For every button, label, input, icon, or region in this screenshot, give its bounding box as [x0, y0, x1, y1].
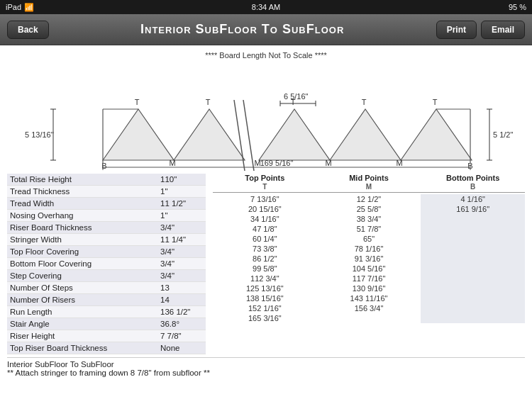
footer-notes: Interior SubFloor To SubFloor ** Attach … [7, 357, 525, 377]
email-button[interactable]: Email [481, 21, 525, 39]
prop-value: 13 [160, 283, 203, 292]
prop-label: Tread Width [10, 199, 54, 208]
point-value: 112 3/4" [213, 274, 317, 283]
status-time: 8:34 AM [252, 3, 280, 11]
point-value: 38 3/4" [317, 214, 421, 224]
prop-label: Total Rise Height [10, 175, 72, 184]
point-value [421, 228, 525, 230]
prop-value: 110" [160, 175, 203, 184]
point-value: 86 1/2" [213, 254, 317, 264]
property-row: Top Floor Covering3/4" [7, 246, 206, 258]
col-header-b: Bottom PointsB [421, 174, 525, 193]
diagram-note: **** Board Length Not To Scale **** [7, 51, 525, 60]
point-value: 165 3/16" [213, 313, 317, 323]
point-value: 51 7/8" [317, 224, 421, 234]
prop-label: Nosing Overhang [10, 211, 74, 220]
svg-text:5 13/16": 5 13/16" [25, 130, 54, 139]
prop-value: None [160, 344, 203, 352]
svg-text:169 5/16": 169 5/16" [260, 159, 294, 167]
content-area: Total Rise Height110"Tread Thickness1"Tr… [7, 174, 525, 354]
main-content: **** Board Length Not To Scale **** 5 13… [0, 45, 532, 399]
svg-marker-8 [103, 109, 174, 160]
property-row: Stringer Width11 1/4" [7, 234, 206, 246]
prop-label: Stair Angle [10, 320, 50, 328]
battery-label: 95 % [509, 3, 526, 11]
points-col-0: 7 13/16"20 15/16"34 1/16"47 1/8"60 1/4"7… [213, 194, 317, 323]
prop-label: Number Of Risers [10, 296, 75, 304]
point-value: 91 3/16" [317, 254, 421, 264]
svg-marker-12 [259, 109, 330, 160]
prop-value: 3/4" [160, 223, 203, 232]
col-header-m: Mid PointsM [317, 174, 421, 193]
prop-value: 3/4" [160, 247, 203, 256]
prop-value: 3/4" [160, 259, 203, 268]
svg-marker-14 [401, 109, 472, 160]
stair-diagram: 5 13/16" 5 1/2" 6 5/16" [18, 61, 514, 171]
point-value: 34 1/16" [213, 214, 317, 224]
point-value: 117 7/16" [317, 274, 421, 283]
point-value: 12 1/2" [317, 194, 421, 204]
diagram-area: **** Board Length Not To Scale **** 5 13… [7, 51, 525, 171]
point-value [317, 313, 421, 315]
point-value: 138 15/16" [213, 293, 317, 303]
point-value: 78 1/16" [317, 244, 421, 254]
svg-text:T: T [206, 98, 211, 106]
prop-value: 1" [160, 187, 203, 196]
point-value: 143 11/16" [317, 293, 421, 303]
point-value: 25 5/8" [317, 204, 421, 214]
points-col-2: 4 1/16"161 9/16" [421, 194, 525, 323]
prop-value: 7 7/8" [160, 332, 203, 340]
property-row: Bottom Floor Covering3/4" [7, 258, 206, 270]
prop-label: Step Covering [10, 271, 62, 280]
header: Back Interior SubFloor To SubFloor Print… [0, 14, 532, 45]
svg-text:6 5/16": 6 5/16" [284, 92, 309, 101]
point-value: 152 1/16" [213, 303, 317, 313]
property-row: Stair Angle36.8° [7, 318, 206, 330]
prop-value: 1" [160, 211, 203, 220]
svg-text:T: T [135, 98, 140, 106]
status-bar: iPad 📶 8:34 AM 95 % [0, 0, 532, 14]
point-value: 65" [317, 234, 421, 244]
device-label: iPad [6, 3, 21, 11]
svg-marker-13 [330, 109, 401, 160]
footer-line2: ** Attach stringer to framing down 8 7/8… [7, 369, 525, 377]
prop-label: Stringer Width [10, 235, 62, 244]
property-row: Riser Height7 7/8" [7, 330, 206, 342]
point-value: 20 15/16" [213, 204, 317, 214]
points-table-data: 7 13/16"20 15/16"34 1/16"47 1/8"60 1/4"7… [213, 194, 525, 323]
point-value: 4 1/16" [421, 194, 525, 204]
prop-label: Riser Board Thickness [10, 223, 92, 232]
status-right: 95 % [509, 3, 526, 11]
svg-text:T: T [291, 98, 296, 106]
property-row: Riser Board Thickness3/4" [7, 222, 206, 234]
prop-label: Top Floor Covering [10, 247, 79, 256]
prop-label: Number Of Steps [10, 283, 73, 292]
footer-line1: Interior SubFloor To SubFloor [7, 360, 525, 369]
point-value: 7 13/16" [213, 194, 317, 204]
prop-label: Riser Height [10, 332, 55, 340]
property-row: Nosing Overhang1" [7, 210, 206, 222]
property-row: Run Length136 1/2" [7, 306, 206, 318]
points-panel: Top PointsTMid PointsMBottom PointsB 7 1… [213, 174, 525, 354]
prop-value: 14 [160, 296, 203, 304]
prop-label: Tread Thickness [10, 187, 70, 196]
point-value: 104 5/16" [317, 264, 421, 274]
prop-value: 3/4" [160, 271, 203, 280]
prop-label: Bottom Floor Covering [10, 259, 92, 268]
property-row: Top Riser Board ThicknessNone [7, 342, 206, 354]
prop-value: 136 1/2" [160, 308, 203, 316]
properties-panel: Total Rise Height110"Tread Thickness1"Tr… [7, 174, 206, 354]
svg-marker-9 [174, 109, 245, 160]
property-row: Tread Width11 1/2" [7, 198, 206, 210]
back-button[interactable]: Back [7, 21, 49, 39]
svg-text:T: T [433, 98, 438, 106]
points-col-1: 12 1/2"25 5/8"38 3/4"51 7/8"65"78 1/16"9… [317, 194, 421, 323]
point-value: 73 3/8" [213, 244, 317, 254]
property-row: Number Of Steps13 [7, 282, 206, 294]
svg-text:M: M [325, 159, 331, 167]
wifi-icon: 📶 [24, 3, 34, 12]
prop-value: 11 1/4" [160, 235, 203, 244]
print-button[interactable]: Print [436, 21, 477, 39]
status-left: iPad 📶 [6, 3, 34, 12]
property-row: Step Covering3/4" [7, 270, 206, 282]
